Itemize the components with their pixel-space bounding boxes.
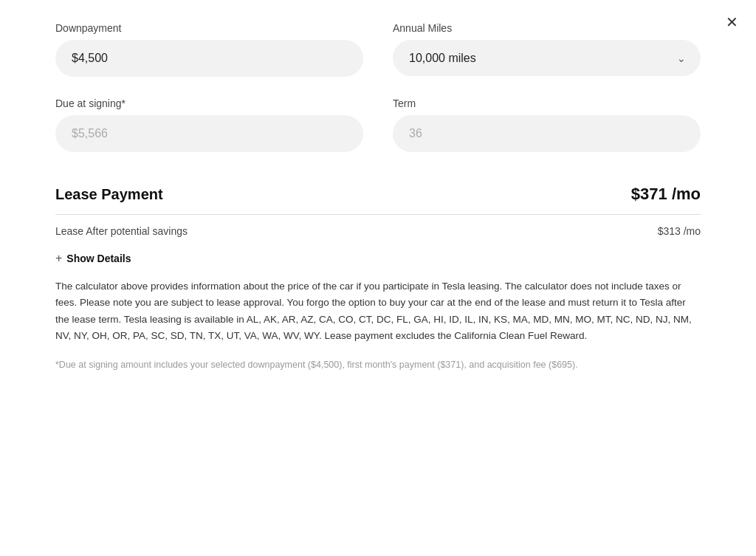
show-details-button[interactable]: + Show Details bbox=[55, 249, 131, 278]
annual-miles-group: Annual Miles 10,000 miles 7,500 miles 12… bbox=[393, 22, 701, 77]
due-at-signing-label: Due at signing* bbox=[55, 97, 363, 109]
term-group: Term 36 bbox=[393, 97, 701, 152]
footnote-text: *Due at signing amount includes your sel… bbox=[55, 357, 701, 372]
downpayment-label: Downpayment bbox=[55, 22, 363, 34]
annual-miles-dropdown-wrapper: 10,000 miles 7,500 miles 12,500 miles 15… bbox=[393, 40, 701, 76]
close-button[interactable]: ✕ bbox=[726, 15, 738, 30]
bottom-fields-row: Due at signing* $5,566 Term 36 bbox=[55, 97, 701, 152]
downpayment-group: Downpayment bbox=[55, 22, 363, 77]
annual-miles-select[interactable]: 10,000 miles 7,500 miles 12,500 miles 15… bbox=[393, 40, 701, 76]
due-at-signing-value: $5,566 bbox=[55, 115, 363, 152]
term-value: 36 bbox=[393, 115, 701, 152]
lease-payment-label: Lease Payment bbox=[55, 186, 163, 203]
savings-row: Lease After potential savings $313 /mo bbox=[55, 215, 701, 249]
top-fields-row: Downpayment Annual Miles 10,000 miles 7,… bbox=[55, 22, 701, 77]
show-details-label: Show Details bbox=[66, 253, 131, 264]
plus-icon: + bbox=[55, 252, 62, 265]
annual-miles-label: Annual Miles bbox=[393, 22, 701, 34]
downpayment-input[interactable] bbox=[55, 40, 363, 77]
lease-payment-row: Lease Payment $371 /mo bbox=[55, 173, 701, 215]
lease-calculator-modal: ✕ Downpayment Annual Miles 10,000 miles … bbox=[0, 0, 756, 556]
lease-payment-value: $371 /mo bbox=[631, 185, 701, 204]
savings-value: $313 /mo bbox=[658, 225, 701, 237]
due-at-signing-group: Due at signing* $5,566 bbox=[55, 97, 363, 152]
savings-label: Lease After potential savings bbox=[55, 225, 188, 237]
disclaimer-text: The calculator above provides informatio… bbox=[55, 278, 701, 344]
term-label: Term bbox=[393, 97, 701, 109]
